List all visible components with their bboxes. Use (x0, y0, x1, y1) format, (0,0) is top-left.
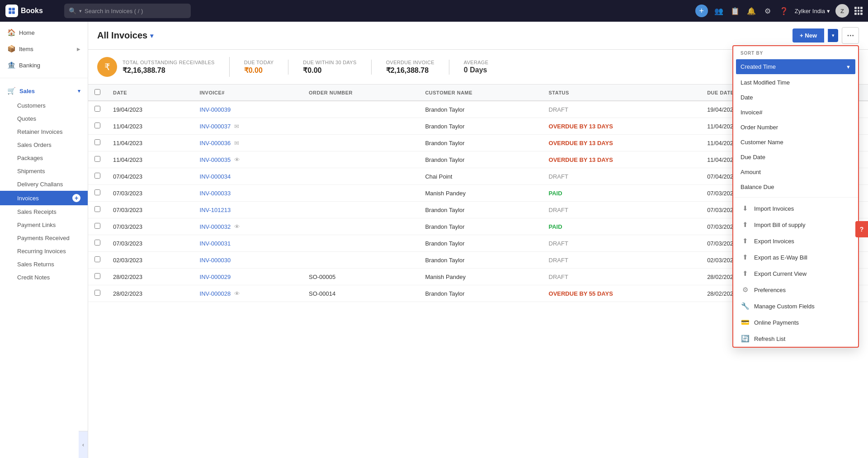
table-header-select-all[interactable] (88, 85, 107, 101)
more-options-button[interactable]: ⋯ (842, 27, 859, 44)
action-import-bill-supply[interactable]: ⬆ Import Bill of supply (733, 217, 858, 233)
row-checkbox[interactable] (94, 106, 100, 112)
invoice-link[interactable]: INV-000033 (200, 190, 231, 197)
sort-option-last-modified[interactable]: Last Modified Time (733, 75, 858, 90)
invoice-link[interactable]: INV-101213 (200, 207, 231, 213)
invoices-add-btn[interactable]: + (72, 194, 80, 202)
row-checkbox-cell[interactable] (88, 168, 107, 185)
row-checkbox[interactable] (94, 240, 100, 246)
settings-icon[interactable]: ⚙ (762, 5, 773, 16)
action-export-invoices[interactable]: ⬆ Export Invoices (733, 233, 858, 249)
sidebar-item-items[interactable]: 📦 Items ▶ (0, 41, 88, 57)
refresh-icon: 🔄 (741, 335, 750, 343)
org-selector[interactable]: Zylker India ▾ (795, 8, 830, 14)
select-all-checkbox[interactable] (94, 89, 100, 95)
invoice-link[interactable]: INV-000031 (200, 240, 231, 247)
row-checkbox-cell[interactable] (88, 269, 107, 285)
sort-date-label: Date (741, 94, 753, 101)
sidebar-sales-header[interactable]: 🛒 Sales ▾ (0, 83, 88, 99)
row-checkbox[interactable] (94, 223, 100, 229)
row-order-number (302, 151, 419, 168)
row-checkbox-cell[interactable] (88, 252, 107, 269)
tasks-icon[interactable]: 📋 (730, 5, 741, 16)
sidebar-item-payment-links[interactable]: Payment Links (0, 218, 88, 231)
row-checkbox-cell[interactable] (88, 151, 107, 168)
sidebar-item-customers[interactable]: Customers (0, 99, 88, 112)
sidebar-item-retainer-invoices[interactable]: Retainer Invoices (0, 125, 88, 138)
row-checkbox[interactable] (94, 139, 100, 145)
row-checkbox[interactable] (94, 173, 100, 179)
sidebar-item-invoices[interactable]: Invoices + (0, 191, 88, 205)
sidebar-item-home[interactable]: 🏠 Home (0, 24, 88, 41)
search-input[interactable] (85, 8, 184, 14)
sidebar-item-sales-orders[interactable]: Sales Orders (0, 138, 88, 151)
invoice-link[interactable]: INV-000028 (200, 290, 231, 297)
sidebar-item-credit-notes[interactable]: Credit Notes (0, 271, 88, 284)
new-button-dropdown[interactable]: ▾ (828, 29, 838, 42)
row-checkbox[interactable] (94, 256, 100, 262)
search-bar[interactable]: 🔍 ▾ (64, 4, 191, 18)
page-title-dropdown[interactable]: ▾ (150, 32, 153, 39)
sort-option-invoice-num[interactable]: Invoice# (733, 105, 858, 120)
sidebar-item-sales-receipts[interactable]: Sales Receipts (0, 205, 88, 218)
sidebar-item-shipments[interactable]: Shipments (0, 165, 88, 178)
sidebar-item-sales-returns[interactable]: Sales Returns (0, 258, 88, 271)
apps-icon[interactable] (854, 7, 863, 15)
sidebar-item-payments-received[interactable]: Payments Received (0, 231, 88, 245)
sidebar-item-banking[interactable]: 🏦 Banking (0, 57, 88, 73)
invoice-link[interactable]: INV-000035 (200, 156, 231, 163)
action-online-payments[interactable]: 💳 Online Payments (733, 314, 858, 331)
row-checkbox-cell[interactable] (88, 135, 107, 151)
invoice-link[interactable]: INV-000037 (200, 123, 231, 130)
invoice-link[interactable]: INV-000032 (200, 223, 231, 230)
help-button[interactable]: ? (855, 221, 868, 237)
sort-option-order-number[interactable]: Order Number (733, 120, 858, 135)
sort-option-created-time[interactable]: Created Time ▼ (736, 59, 855, 74)
invoice-link[interactable]: INV-000029 (200, 274, 231, 280)
invoice-link[interactable]: INV-000034 (200, 173, 231, 180)
refresh-list-label: Refresh List (754, 335, 785, 342)
row-checkbox-cell[interactable] (88, 101, 107, 118)
action-preferences[interactable]: ⚙ Preferences (733, 282, 858, 298)
row-status: DRAFT (542, 252, 701, 269)
sort-option-customer-name[interactable]: Customer Name (733, 135, 858, 150)
row-checkbox[interactable] (94, 290, 100, 296)
row-checkbox-cell[interactable] (88, 218, 107, 235)
row-checkbox-cell[interactable] (88, 235, 107, 252)
notifications-icon[interactable]: 🔔 (746, 5, 757, 16)
row-checkbox[interactable] (94, 206, 100, 212)
sort-option-due-date[interactable]: Due Date (733, 150, 858, 165)
contacts-icon[interactable]: 👥 (713, 5, 724, 16)
sidebar-collapse-btn[interactable]: ‹ (79, 431, 88, 458)
action-export-current-view[interactable]: ⬆ Export Current View (733, 265, 858, 282)
action-manage-custom-fields[interactable]: 🔧 Manage Custom Fields (733, 298, 858, 314)
invoice-link[interactable]: INV-000030 (200, 257, 231, 264)
app-logo[interactable]: Books (5, 5, 60, 17)
row-checkbox[interactable] (94, 123, 100, 128)
new-button[interactable]: + New (793, 28, 824, 42)
row-checkbox-cell[interactable] (88, 185, 107, 202)
row-checkbox-cell[interactable] (88, 285, 107, 302)
invoice-link[interactable]: INV-000036 (200, 140, 231, 146)
row-checkbox[interactable] (94, 156, 100, 162)
invoice-link[interactable]: INV-000039 (200, 106, 231, 113)
row-checkbox[interactable] (94, 189, 100, 195)
sidebar-item-packages[interactable]: Packages (0, 151, 88, 165)
row-checkbox[interactable] (94, 273, 100, 279)
row-status: PAID (542, 218, 701, 235)
sidebar-item-quotes[interactable]: Quotes (0, 112, 88, 125)
add-button[interactable]: + (695, 5, 708, 17)
help-icon[interactable]: ❓ (778, 5, 789, 16)
user-avatar[interactable]: Z (835, 4, 849, 18)
action-import-invoices[interactable]: ⬇ Import Invoices (733, 200, 858, 217)
action-export-eway[interactable]: ⬆ Export as E-Way Bill (733, 249, 858, 265)
sidebar-item-recurring-invoices[interactable]: Recurring Invoices (0, 245, 88, 258)
row-checkbox-cell[interactable] (88, 118, 107, 135)
sidebar-item-delivery-challans[interactable]: Delivery Challans (0, 178, 88, 191)
sort-option-balance-due[interactable]: Balance Due (733, 179, 858, 194)
row-order-number: SO-00005 (302, 269, 419, 285)
sort-option-amount[interactable]: Amount (733, 165, 858, 179)
row-checkbox-cell[interactable] (88, 202, 107, 218)
action-refresh-list[interactable]: 🔄 Refresh List (733, 331, 858, 347)
sort-option-date[interactable]: Date (733, 90, 858, 105)
